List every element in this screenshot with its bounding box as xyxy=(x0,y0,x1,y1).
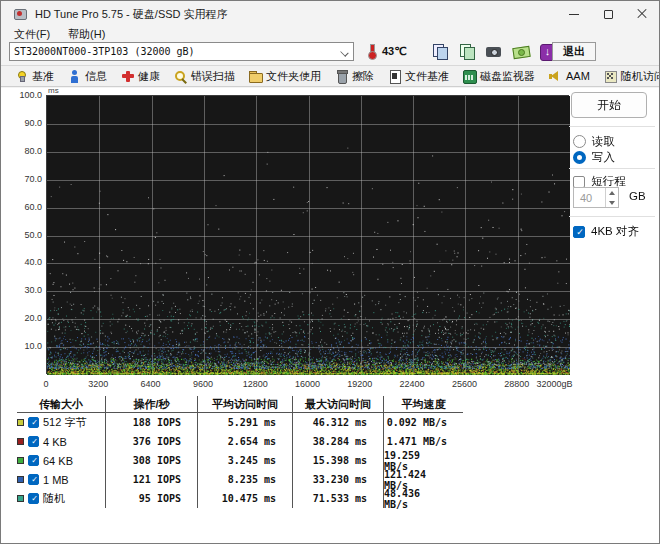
x-axis-label: 19200 xyxy=(347,379,372,389)
minimize-button[interactable] xyxy=(557,1,591,27)
series-checkbox[interactable] xyxy=(28,417,39,428)
series-color-marker xyxy=(17,419,24,426)
info-icon xyxy=(68,70,81,83)
drive-select[interactable]: ST32000NT000-3TP103 (32000 gB) xyxy=(9,42,354,61)
tab-label: 健康 xyxy=(138,69,160,84)
y-axis-label: 60.0 xyxy=(14,202,42,212)
col-header-transfer-size: 传输大小 xyxy=(17,396,105,413)
tab-label: 文件基准 xyxy=(405,69,449,84)
capacity-input[interactable]: 40 xyxy=(573,187,619,208)
capacity-unit-label: GB xyxy=(629,190,646,202)
toolbar: ST32000NT000-3TP103 (32000 gB) 43℃ xyxy=(1,42,659,65)
random-access-icon xyxy=(604,70,617,83)
write-radio[interactable] xyxy=(573,151,586,164)
max-access-value: 38.284 ms xyxy=(292,432,383,451)
benchmark-scatter-canvas xyxy=(47,96,570,375)
results-table: 传输大小 操作/秒 平均访问时间 最大访问时间 平均速度 512 字节 188 … xyxy=(17,396,463,508)
iops-value: 376 IOPS xyxy=(105,432,197,451)
start-button[interactable]: 开始 xyxy=(571,92,647,118)
close-button[interactable] xyxy=(625,1,659,27)
series-color-marker xyxy=(17,457,24,464)
y-axis-label: 70.0 xyxy=(14,174,42,184)
avg-access-value: 8.235 ms xyxy=(197,470,292,489)
x-axis-label: 28800 xyxy=(504,379,529,389)
avg-speed-value: 19.259 MB/s xyxy=(383,451,463,470)
write-option[interactable]: 写入 xyxy=(573,150,615,165)
thermometer-icon xyxy=(368,44,376,60)
series-checkbox[interactable] xyxy=(28,474,39,485)
read-radio[interactable] xyxy=(573,135,586,148)
disk-monitor-icon xyxy=(463,70,476,83)
series-color-marker xyxy=(17,495,24,502)
spinner-down-icon[interactable] xyxy=(606,198,618,208)
maximize-icon xyxy=(604,10,613,19)
window-title: HD Tune Pro 5.75 - 硬盘/SSD 实用程序 xyxy=(35,7,228,22)
divider xyxy=(569,126,655,127)
x-axis-label: 3200 xyxy=(88,379,108,389)
toolbar-button[interactable] xyxy=(429,42,451,61)
menu-bar: 文件(F) 帮助(H) xyxy=(1,27,659,42)
toolbar-button[interactable] xyxy=(510,42,532,61)
tab-label: AAM xyxy=(566,70,590,82)
y-axis-label: 40.0 xyxy=(14,257,42,267)
tab[interactable]: 基准 xyxy=(9,66,60,86)
avg-speed-value: 48.436 MB/s xyxy=(383,489,463,508)
exit-button[interactable]: 退出 xyxy=(552,42,596,61)
tab[interactable]: 文件夹使用 xyxy=(243,66,327,86)
main-content: ms 100.090.080.070.060.050.040.030.020.0… xyxy=(1,88,660,544)
col-header-avg-speed: 平均速度 xyxy=(383,396,463,413)
align-option[interactable]: 4KB 对齐 xyxy=(573,224,639,239)
avg-access-value: 2.654 ms xyxy=(197,432,292,451)
tab[interactable]: 文件基准 xyxy=(382,66,455,86)
short-stroke-checkbox[interactable] xyxy=(573,176,585,188)
capacity-spinner[interactable] xyxy=(605,188,618,207)
align-label: 4KB 对齐 xyxy=(591,224,639,239)
col-header-iops: 操作/秒 xyxy=(105,396,197,413)
tab[interactable]: 健康 xyxy=(115,66,166,86)
window-controls xyxy=(557,1,659,27)
transfer-size-label: 随机 xyxy=(43,491,65,506)
read-label: 读取 xyxy=(592,134,615,149)
menu-file[interactable]: 文件(F) xyxy=(7,27,57,42)
tab[interactable]: 随机访问 xyxy=(598,66,660,86)
avg-access-value: 3.245 ms xyxy=(197,451,292,470)
money-icon xyxy=(513,44,529,59)
series-color-marker xyxy=(17,438,24,445)
tab[interactable]: 错误扫描 xyxy=(168,66,241,86)
toolbar-button[interactable] xyxy=(483,42,505,61)
toolbar-button[interactable] xyxy=(456,42,478,61)
y-axis-label: 90.0 xyxy=(14,118,42,128)
aam-icon xyxy=(549,70,562,83)
series-checkbox[interactable] xyxy=(28,436,39,447)
transfer-size-label: 64 KB xyxy=(43,455,73,467)
read-option[interactable]: 读取 xyxy=(573,134,615,149)
avg-speed-value: 121.424 MB/s xyxy=(383,470,463,489)
tab[interactable]: 擦除 xyxy=(329,66,380,86)
minimize-icon xyxy=(569,14,579,15)
close-icon xyxy=(637,9,647,19)
tab[interactable]: 磁盘监视器 xyxy=(457,66,541,86)
copy-green-icon xyxy=(459,44,475,59)
divider xyxy=(569,216,655,217)
x-axis-label: 6400 xyxy=(141,379,161,389)
scatter-plot xyxy=(46,95,569,374)
col-header-avg-access: 平均访问时间 xyxy=(197,396,292,413)
file-benchmark-icon xyxy=(388,70,401,83)
y-axis-label: 20.0 xyxy=(14,313,42,323)
tab[interactable]: 信息 xyxy=(62,66,113,86)
maximize-button[interactable] xyxy=(591,1,625,27)
toolbar-buttons xyxy=(429,42,559,61)
series-checkbox[interactable] xyxy=(28,455,39,466)
max-access-value: 33.230 ms xyxy=(292,470,383,489)
iops-value: 95 IOPS xyxy=(105,489,197,508)
tab[interactable]: AAM xyxy=(543,66,596,86)
max-access-value: 46.312 ms xyxy=(292,413,383,432)
temperature-value: 43℃ xyxy=(382,45,407,58)
y-axis-label: 10.0 xyxy=(14,341,42,351)
spinner-up-icon[interactable] xyxy=(606,188,618,198)
avg-speed-value: 1.471 MB/s xyxy=(383,432,463,451)
align-checkbox[interactable] xyxy=(573,226,585,238)
menu-help[interactable]: 帮助(H) xyxy=(61,27,112,42)
series-checkbox[interactable] xyxy=(28,493,39,504)
tab-label: 信息 xyxy=(85,69,107,84)
